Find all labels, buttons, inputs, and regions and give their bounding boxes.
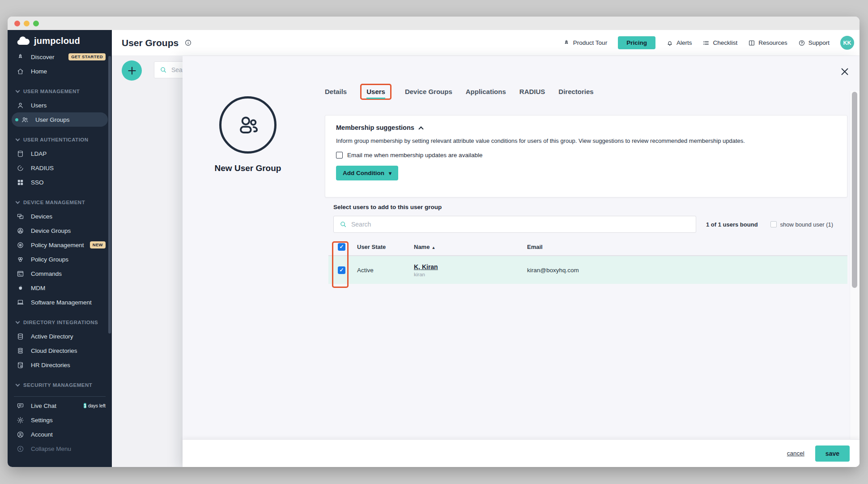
sidebar-section-user-authentication[interactable]: USER AUTHENTICATION <box>8 133 112 146</box>
sidebar-item-user-groups[interactable]: User Groups <box>12 112 108 127</box>
resources-button[interactable]: Resources <box>748 39 787 47</box>
add-user-group-button[interactable] <box>122 60 142 81</box>
search-icon <box>339 220 347 228</box>
drawer-scrollbar-track[interactable] <box>850 91 859 439</box>
pricing-button[interactable]: Pricing <box>618 36 655 49</box>
sidebar-item-device-groups[interactable]: Device Groups <box>8 223 112 238</box>
sidebar-item-label: Home <box>31 68 47 75</box>
sidebar-item-home[interactable]: Home <box>8 64 112 78</box>
add-condition-button[interactable]: Add Condition <box>336 166 398 180</box>
show-bound-user-toggle[interactable]: show bound user (1) <box>770 221 834 228</box>
collapse-arrow-icon <box>17 445 24 453</box>
table-row[interactable]: Active K, Kiran kiran kiran@boxyhq.com <box>328 256 847 284</box>
sidebar-scrollbar[interactable] <box>108 56 111 334</box>
users-search[interactable] <box>333 216 696 233</box>
drawer-scrollbar-thumb[interactable] <box>852 92 857 288</box>
rocket-icon <box>17 53 24 61</box>
membership-suggestions-card: Membership suggestions Inform group memb… <box>325 115 847 197</box>
close-icon <box>839 66 851 77</box>
tab-device-groups[interactable]: Device Groups <box>405 88 452 96</box>
sidebar-item-label: HR Directories <box>31 362 70 368</box>
sidebar-item-account[interactable]: Account <box>8 427 112 441</box>
column-header-email[interactable]: Email <box>527 244 847 250</box>
column-header-user-state[interactable]: User State <box>357 244 414 250</box>
group-name: New User Group <box>194 163 302 173</box>
sidebar-section-directory-integrations[interactable]: DIRECTORY INTEGRATIONS <box>8 316 112 329</box>
chevron-down-icon <box>16 382 20 386</box>
trial-countdown: 1 days left <box>84 402 106 410</box>
database-icon <box>17 150 24 158</box>
user-name-link[interactable]: K, Kiran <box>414 263 527 270</box>
gear-icon <box>17 416 24 424</box>
terminal-icon <box>17 270 24 278</box>
sidebar-item-live-chat[interactable]: Live Chat 1 days left <box>8 398 112 413</box>
sidebar-item-mdm[interactable]: MDM <box>8 281 112 295</box>
sidebar-item-label: Discover <box>31 54 55 60</box>
membership-suggestions-description: Inform group membership by setting relev… <box>336 137 836 144</box>
plus-icon <box>126 65 138 77</box>
tab-directories[interactable]: Directories <box>558 88 593 96</box>
support-button[interactable]: Support <box>798 39 830 47</box>
select-all-checkbox[interactable] <box>338 243 345 251</box>
cancel-button[interactable]: cancel <box>787 450 804 457</box>
question-circle-icon <box>798 39 805 47</box>
save-button[interactable]: save <box>815 445 850 462</box>
sidebar-item-collapse-menu[interactable]: Collapse Menu <box>8 441 112 456</box>
sidebar-item-label: Software Management <box>31 299 92 306</box>
sidebar-item-users[interactable]: Users <box>8 98 112 112</box>
sidebar-item-ldap[interactable]: LDAP <box>8 146 112 161</box>
tab-users-annotation-box: Users <box>360 84 391 100</box>
column-header-name[interactable]: Name▲ <box>414 244 527 250</box>
users-search-input[interactable] <box>351 221 690 228</box>
sidebar-item-software-management[interactable]: Software Management <box>8 295 112 309</box>
checklist-button[interactable]: Checklist <box>702 39 737 47</box>
sidebar-item-sso[interactable]: SSO <box>8 175 112 189</box>
sidebar-item-settings[interactable]: Settings <box>8 413 112 427</box>
sidebar-section-security-management[interactable]: SECURITY MANAGEMENT <box>8 378 112 392</box>
sidebar-item-label: Settings <box>31 417 53 424</box>
sidebar-section-user-management[interactable]: USER MANAGEMENT <box>8 85 112 98</box>
bound-users-summary: 1 of 1 users bound <box>706 221 758 228</box>
close-window-button[interactable] <box>14 21 20 26</box>
row-checkbox[interactable] <box>338 266 345 274</box>
hr-database-icon <box>17 361 24 369</box>
show-bound-checkbox[interactable] <box>770 221 777 227</box>
close-drawer-button[interactable] <box>839 66 851 77</box>
product-tour-button[interactable]: Product Tour <box>563 39 607 47</box>
tab-applications[interactable]: Applications <box>466 88 506 96</box>
sidebar-divider <box>14 396 106 397</box>
tab-radius[interactable]: RADIUS <box>519 88 545 96</box>
window-titlebar <box>8 17 859 30</box>
sidebar-item-commands[interactable]: Commands <box>8 266 112 281</box>
search-icon <box>159 66 167 74</box>
avatar[interactable]: KK <box>840 36 854 50</box>
alerts-button[interactable]: Alerts <box>666 39 692 47</box>
minimize-window-button[interactable] <box>24 21 30 26</box>
tab-details[interactable]: Details <box>325 88 347 96</box>
tab-users[interactable]: Users <box>366 88 385 99</box>
sidebar-item-hr-directories[interactable]: HR Directories <box>8 358 112 372</box>
sidebar-item-devices[interactable]: Devices <box>8 209 112 223</box>
sidebar-item-discover[interactable]: Discover GET STARTED <box>8 50 112 64</box>
gauge-icon <box>17 164 24 172</box>
sidebar-item-cloud-directories[interactable]: Cloud Directories <box>8 343 112 358</box>
email-updates-checkbox[interactable] <box>336 152 343 158</box>
sidebar-item-label: Policy Groups <box>31 256 68 263</box>
app-window: jumpcloud Discover GET STARTED Home USER… <box>8 17 859 467</box>
devices-icon <box>17 213 24 220</box>
users-table-header: User State Name▲ Email <box>328 238 847 256</box>
chevron-down-icon <box>16 319 20 324</box>
sidebar-item-label: LDAP <box>31 150 47 157</box>
membership-suggestions-header[interactable]: Membership suggestions <box>336 124 836 131</box>
info-icon[interactable] <box>184 39 192 47</box>
sidebar-item-radius[interactable]: RADIUS <box>8 161 112 175</box>
select-users-heading: Select users to add to this user group <box>328 204 847 210</box>
sidebar-item-policy-management[interactable]: Policy Management NEW <box>8 238 112 252</box>
sidebar-item-policy-groups[interactable]: Policy Groups <box>8 252 112 266</box>
sidebar-section-device-management[interactable]: DEVICE MANAGEMENT <box>8 196 112 209</box>
sidebar-item-active-directory[interactable]: Active Directory <box>8 329 112 343</box>
sidebar-item-label: SSO <box>31 179 44 186</box>
laptop-icon <box>17 299 24 306</box>
sidebar-item-label: Cloud Directories <box>31 347 77 354</box>
zoom-window-button[interactable] <box>33 21 39 26</box>
